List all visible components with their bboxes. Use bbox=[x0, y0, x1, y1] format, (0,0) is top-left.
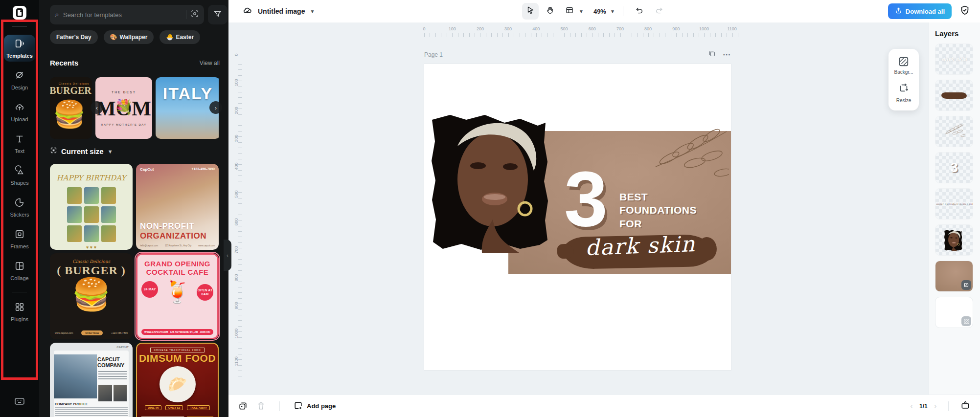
ruler-tick: 400 bbox=[234, 160, 239, 172]
layer-leaf-art[interactable] bbox=[935, 116, 973, 147]
undo-button[interactable] bbox=[631, 3, 648, 20]
filter-icon bbox=[213, 9, 222, 20]
prev-page-button[interactable]: ‹ bbox=[911, 402, 912, 410]
ruler-tick: 300 bbox=[234, 132, 239, 144]
carousel-next-button[interactable]: › bbox=[209, 101, 222, 114]
capcut-logo[interactable] bbox=[13, 6, 26, 20]
template-burger-classic[interactable]: Classic Delicious ( BURGER ) 🍔 www.capcu… bbox=[50, 253, 133, 339]
template-grid: HAPPY BIRTHDAY ♥ ♥ ♥ CapCut +123-456-789… bbox=[50, 164, 219, 417]
layer-background[interactable] bbox=[935, 297, 973, 328]
download-all-button[interactable]: Download all bbox=[888, 3, 952, 19]
layer-brown-rect[interactable] bbox=[935, 261, 973, 292]
template-capcut-company[interactable]: CAPCUT CAPCUT COMPANY COMPANY PROFILE bbox=[50, 343, 133, 417]
page-label[interactable]: Page 1 bbox=[424, 51, 443, 58]
chip-wallpaper[interactable]: 🎨Wallpaper bbox=[104, 30, 154, 44]
collapse-panel-handle[interactable]: ‹ bbox=[224, 240, 231, 271]
ruler-tick: 500 bbox=[560, 26, 568, 31]
canvas-area[interactable]: 010020030040050060070080090010001100 010… bbox=[228, 22, 929, 395]
delete-page-icon[interactable] bbox=[256, 401, 266, 411]
filter-button[interactable] bbox=[208, 5, 228, 24]
image-search-icon[interactable] bbox=[190, 9, 199, 20]
hand-icon bbox=[546, 6, 554, 17]
background-button[interactable]: Backgr... bbox=[894, 56, 913, 75]
frames-icon bbox=[14, 229, 25, 241]
sidebar-item-plugins[interactable]: Plugins bbox=[4, 298, 35, 325]
ruler-tick: 600 bbox=[234, 216, 239, 228]
duplicate-page-icon[interactable] bbox=[238, 401, 248, 411]
recents-carousel: Classic Delicious BURGER 🍔 THE BEST 💐MOM… bbox=[50, 77, 219, 139]
template-happy-birthday[interactable]: HAPPY BIRTHDAY ♥ ♥ ♥ bbox=[50, 164, 133, 250]
left-icon-rail: Templates Design Upload Text Shapes Stic… bbox=[0, 0, 39, 417]
easter-egg-icon: 🐣 bbox=[166, 34, 173, 41]
present-icon[interactable] bbox=[960, 400, 970, 412]
chevron-down-icon[interactable]: ▼ bbox=[310, 9, 315, 14]
sidebar-item-label: Templates bbox=[6, 53, 33, 59]
ruler-tick: 900 bbox=[234, 300, 239, 311]
add-page-icon bbox=[294, 401, 303, 412]
carousel-prev-button[interactable]: ‹ bbox=[91, 101, 103, 114]
zoom-value: 49% bbox=[593, 8, 606, 15]
layout-tool-button[interactable]: ▼ bbox=[561, 3, 584, 20]
cursor-tool-button[interactable] bbox=[522, 3, 539, 20]
building-photo-art bbox=[54, 354, 97, 398]
layer-number-3[interactable]: 3 bbox=[935, 152, 973, 183]
shield-check-icon[interactable] bbox=[959, 5, 970, 18]
next-page-button[interactable]: › bbox=[934, 402, 936, 410]
document-title[interactable]: Untitled image bbox=[258, 7, 305, 15]
redo-icon bbox=[655, 6, 663, 17]
redo-button[interactable] bbox=[651, 3, 667, 20]
number-3-text[interactable]: 3 bbox=[564, 160, 608, 238]
cocktail-art: 🍹 bbox=[164, 279, 191, 305]
keyboard-shortcuts-icon[interactable] bbox=[14, 395, 25, 409]
sidebar-item-text[interactable]: Text bbox=[4, 130, 35, 157]
layer-dark-skin-text[interactable]: dark skin bbox=[935, 44, 973, 75]
design-icon bbox=[14, 70, 25, 83]
sidebar-item-frames[interactable]: Frames bbox=[4, 225, 35, 252]
design-page[interactable]: 3 BEST FOUNDATIONS FOR dark skin bbox=[424, 64, 731, 370]
model-photo-art bbox=[943, 227, 965, 253]
text-icon bbox=[14, 133, 25, 146]
layer-model-photo[interactable] bbox=[935, 224, 973, 256]
template-search-box[interactable]: ⌕ bbox=[50, 5, 204, 24]
cloud-saved-icon bbox=[242, 5, 253, 18]
layout-icon bbox=[565, 6, 574, 17]
more-options-icon[interactable]: ⋯ bbox=[723, 50, 731, 59]
sidebar-item-label: Text bbox=[15, 148, 24, 154]
zoom-control[interactable]: 49% ▼ bbox=[593, 8, 615, 15]
leaf-art bbox=[943, 124, 965, 139]
sidebar-item-shapes[interactable]: Shapes bbox=[4, 162, 35, 189]
dark-skin-script-text[interactable]: dark skin bbox=[567, 231, 714, 261]
palette-icon: 🎨 bbox=[110, 34, 117, 41]
template-non-profit[interactable]: CapCut +123-456-7890 NON-PROFIT ORGANIZA… bbox=[136, 164, 219, 250]
headline-text[interactable]: BEST FOUNDATIONS FOR bbox=[619, 190, 697, 230]
template-cocktail-cafe[interactable]: GRAND OPENING COCKTAIL CAFE 24 MAY OPEN … bbox=[136, 253, 219, 339]
recent-template-burger[interactable]: Classic Delicious BURGER 🍔 bbox=[50, 77, 92, 139]
layer-headline-text[interactable]: BEST FOUNDATIONS FOR bbox=[935, 188, 973, 219]
model-photo-cutout[interactable] bbox=[423, 97, 568, 263]
sidebar-item-label: Frames bbox=[10, 243, 28, 249]
chip-fathers-day[interactable]: Father's Day bbox=[50, 30, 98, 44]
burger-art: 🍔 bbox=[53, 99, 86, 130]
hand-tool-button[interactable] bbox=[542, 3, 558, 20]
sidebar-item-templates[interactable]: Templates bbox=[4, 35, 35, 62]
template-dimsum-food[interactable]: CHINESE TRADITIONAL FOOD DIMSUM FOOD 🥟 D… bbox=[136, 343, 219, 417]
recent-template-mom[interactable]: THE BEST 💐MOM HAPPY MOTHER'S DAY bbox=[95, 77, 152, 139]
current-size-icon bbox=[50, 147, 57, 156]
sidebar-item-design[interactable]: Design bbox=[4, 66, 35, 93]
chip-easter[interactable]: 🐣Easter bbox=[160, 30, 200, 44]
search-input[interactable] bbox=[63, 11, 182, 19]
sidebar-item-upload[interactable]: Upload bbox=[4, 98, 35, 125]
leaf-line-art[interactable] bbox=[651, 128, 729, 186]
ruler-tick: 0 bbox=[234, 49, 239, 61]
vertical-ruler: 010020030040050060070080090010001100 bbox=[230, 22, 242, 395]
layer-paint-smear[interactable] bbox=[935, 80, 973, 111]
resize-button[interactable]: Resize bbox=[896, 83, 912, 103]
sidebar-item-collage[interactable]: Collage bbox=[4, 257, 35, 284]
sidebar-item-label: Stickers bbox=[10, 212, 29, 218]
ruler-tick: 200 bbox=[234, 105, 239, 116]
view-all-link[interactable]: View all bbox=[200, 60, 220, 66]
sidebar-item-stickers[interactable]: Stickers bbox=[4, 194, 35, 220]
chevron-down-icon[interactable]: ▼ bbox=[108, 149, 113, 154]
add-page-button[interactable]: Add page bbox=[294, 401, 336, 412]
copy-page-icon[interactable] bbox=[708, 50, 716, 59]
